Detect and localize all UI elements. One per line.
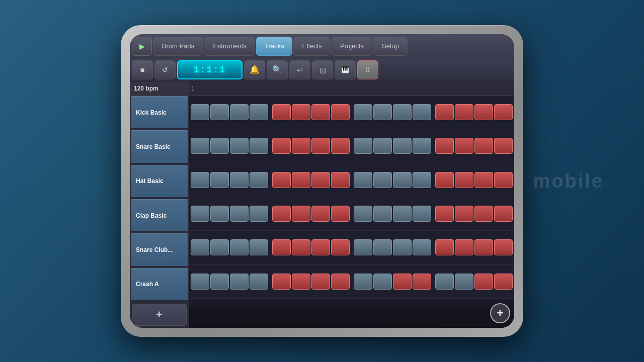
pad[interactable] [272,206,291,222]
pad[interactable] [272,274,291,290]
pad[interactable] [413,104,431,120]
pad[interactable] [230,172,249,188]
pad[interactable] [354,206,372,222]
pad[interactable] [191,172,209,188]
pad[interactable] [435,239,454,255]
pad[interactable] [393,104,412,120]
pad[interactable] [272,138,291,154]
pad[interactable] [373,206,392,222]
pad[interactable] [311,104,330,120]
tab-projects[interactable]: Projects [332,37,372,56]
pad[interactable] [292,138,310,154]
pad[interactable] [250,274,268,290]
pad[interactable] [250,104,268,120]
pad[interactable] [354,138,372,154]
tab-tracks[interactable]: Tracks [256,37,293,56]
pad[interactable] [474,138,493,154]
pad[interactable] [210,172,229,188]
pad[interactable] [455,274,473,290]
pad[interactable] [455,206,473,222]
pad[interactable] [435,206,454,222]
pad[interactable] [413,274,431,290]
track-label-snare-club[interactable]: Snare Club... [131,233,188,266]
pad[interactable] [331,239,350,255]
pad[interactable] [331,138,350,154]
piano-button[interactable]: 🎹 [335,60,356,79]
pad[interactable] [455,239,473,255]
search-button[interactable]: 🔍 [267,60,288,79]
pad[interactable] [292,274,310,290]
pad[interactable] [210,274,229,290]
pad[interactable] [311,274,330,290]
track-label-crash-a[interactable]: Crash A [131,268,188,301]
pad[interactable] [191,138,209,154]
add-pattern-button[interactable]: + [490,303,510,323]
tab-effects[interactable]: Effects [293,37,331,56]
pad[interactable] [413,138,431,154]
pad[interactable] [494,206,513,222]
pad[interactable] [311,138,330,154]
pad[interactable] [250,239,268,255]
stop-button[interactable]: ■ [132,60,153,79]
pad[interactable] [474,104,493,120]
pad[interactable] [292,206,310,222]
metronome-button[interactable]: 🔔 [244,60,265,79]
pad[interactable] [230,138,249,154]
pad[interactable] [210,104,229,120]
pad[interactable] [311,172,330,188]
pad[interactable] [455,172,473,188]
play-button[interactable]: ▶ [132,37,152,56]
pad[interactable] [230,274,249,290]
pad[interactable] [435,138,454,154]
pad[interactable] [230,206,249,222]
pad[interactable] [393,172,412,188]
pad[interactable] [494,104,513,120]
pad[interactable] [435,172,454,188]
grid-button[interactable]: ⠿ [357,60,378,79]
pad[interactable] [354,274,372,290]
add-track-button[interactable]: + [132,304,187,326]
pad[interactable] [250,206,268,222]
track-label-clap-basic[interactable]: Clap Basic [131,199,188,232]
pad[interactable] [354,104,372,120]
pad[interactable] [210,206,229,222]
pad[interactable] [474,172,493,188]
pad[interactable] [413,172,431,188]
pad[interactable] [393,206,412,222]
pad[interactable] [413,239,431,255]
pad[interactable] [393,138,412,154]
pad[interactable] [494,239,513,255]
pad[interactable] [292,239,310,255]
pad[interactable] [191,239,209,255]
pad[interactable] [474,274,493,290]
pad[interactable] [373,239,392,255]
tab-setup[interactable]: Setup [373,37,408,56]
pad[interactable] [494,172,513,188]
pad[interactable] [393,239,412,255]
pad[interactable] [373,138,392,154]
pad[interactable] [191,274,209,290]
pad[interactable] [474,239,493,255]
track-label-hat-basic[interactable]: Hat Basic [131,165,188,198]
track-label-snare-basic[interactable]: Snare Basic [131,130,188,163]
pad[interactable] [393,274,412,290]
pad[interactable] [292,172,310,188]
pad[interactable] [250,172,268,188]
pad[interactable] [272,172,291,188]
pad[interactable] [435,104,454,120]
pad[interactable] [373,172,392,188]
pad[interactable] [373,274,392,290]
pad[interactable] [413,206,431,222]
pad[interactable] [230,239,249,255]
pad[interactable] [455,138,473,154]
pad[interactable] [331,172,350,188]
pad[interactable] [331,104,350,120]
track-label-kick-basic[interactable]: Kick Basic [131,96,188,129]
pad[interactable] [292,104,310,120]
undo-button[interactable]: ↩ [289,60,310,79]
bpm-display[interactable]: 1:1:1 [177,60,243,79]
tab-drum-pads[interactable]: Drum Pads [153,37,203,56]
pad[interactable] [191,206,209,222]
pad[interactable] [474,206,493,222]
loop-button[interactable]: ↺ [154,60,176,79]
